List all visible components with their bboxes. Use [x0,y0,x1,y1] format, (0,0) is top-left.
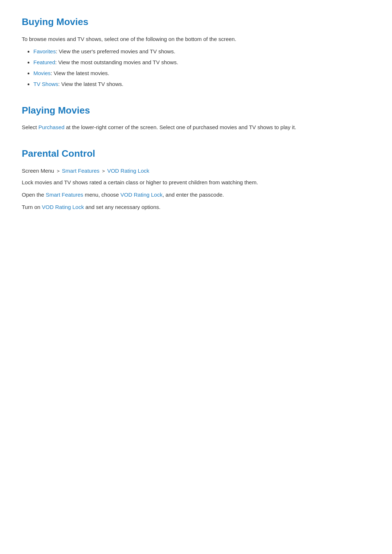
parental-line2: Open the Smart Features menu, choose VOD… [22,190,370,199]
featured-desc: : View the most outstanding movies and T… [55,59,178,65]
purchased-link[interactable]: Purchased [38,124,65,130]
chevron-icon-2: > [102,168,106,174]
line3-before: Turn on [22,204,42,210]
vod-rating-lock-link-breadcrumb[interactable]: VOD Rating Lock [107,168,149,174]
parental-control-title: Parental Control [22,146,370,161]
featured-link[interactable]: Featured [33,59,55,65]
buying-movies-list: Favorites: View the user's preferred mov… [22,47,370,89]
playing-movies-section: Playing Movies Select Purchased at the l… [22,103,370,132]
playing-movies-text: Select Purchased at the lower-right corn… [22,123,370,132]
chevron-icon: > [57,168,61,174]
parental-line3: Turn on VOD Rating Lock and set any nece… [22,203,370,212]
list-item: Featured: View the most outstanding movi… [33,58,370,67]
vod-rating-lock-link-inline[interactable]: VOD Rating Lock [121,192,163,198]
playing-text-after: at the lower-right corner of the screen.… [65,124,296,130]
favorites-desc: : View the user's preferred movies and T… [56,48,175,54]
line2-before: Open the [22,192,46,198]
list-item: TV Shows: View the latest TV shows. [33,80,370,89]
list-item: Favorites: View the user's preferred mov… [33,47,370,56]
tv-shows-desc: : View the latest TV shows. [58,81,123,87]
parental-line1: Lock movies and TV shows rated a certain… [22,178,370,187]
list-item: Movies: View the latest movies. [33,69,370,78]
line2-middle: menu, choose [83,192,121,198]
line2-after: , and enter the passcode. [163,192,224,198]
breadcrumb-prefix: Screen Menu [22,168,54,174]
line3-after: and set any necessary options. [84,204,160,210]
movies-link[interactable]: Movies [33,70,51,76]
smart-features-link-breadcrumb[interactable]: Smart Features [62,168,99,174]
buying-movies-title: Buying Movies [22,15,370,30]
breadcrumb: Screen Menu > Smart Features > VOD Ratin… [22,167,370,175]
buying-movies-intro: To browse movies and TV shows, select on… [22,35,370,44]
playing-text-before: Select [22,124,38,130]
parental-control-section: Parental Control Screen Menu > Smart Fea… [22,146,370,212]
buying-movies-section: Buying Movies To browse movies and TV sh… [22,15,370,89]
vod-rating-lock-link-line3[interactable]: VOD Rating Lock [42,204,84,210]
tv-shows-link[interactable]: TV Shows [33,81,58,87]
movies-desc: : View the latest movies. [51,70,109,76]
playing-movies-title: Playing Movies [22,103,370,118]
favorites-link[interactable]: Favorites [33,48,56,54]
smart-features-link-inline[interactable]: Smart Features [46,192,83,198]
